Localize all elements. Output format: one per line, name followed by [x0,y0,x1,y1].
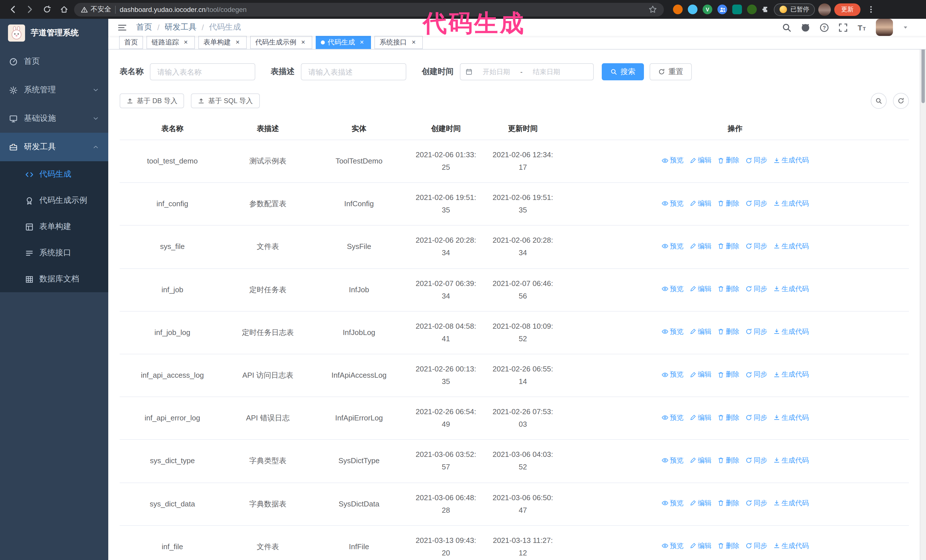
delete-link[interactable]: 删除 [717,497,739,509]
tab-codegen[interactable]: 代码生成× [316,36,371,49]
delete-link[interactable]: 删除 [717,454,739,466]
close-icon[interactable]: × [299,38,307,47]
sidebar-item-home[interactable]: 首页 [0,47,108,76]
delete-link[interactable]: 删除 [717,326,739,338]
sync-link[interactable]: 同步 [745,497,767,509]
fullscreen-icon[interactable] [838,23,848,32]
extension-icon-leaf[interactable] [747,5,757,14]
start-date-input[interactable] [475,68,517,76]
delete-link[interactable]: 删除 [717,240,739,252]
sidebar-logo[interactable]: 芋道管理系统 [0,19,108,47]
delete-link[interactable]: 删除 [717,412,739,423]
edit-link[interactable]: 编辑 [689,412,711,423]
sidebar-item-codegen-example[interactable]: 代码生成示例 [0,187,108,214]
generate-code-link[interactable]: 生成代码 [773,412,809,423]
edit-link[interactable]: 编辑 [689,198,711,209]
security-chip[interactable]: 不安全 [81,5,111,14]
preview-link[interactable]: 预览 [661,369,684,380]
bookmark-star-icon[interactable] [649,5,657,14]
sync-link[interactable]: 同步 [745,198,767,209]
extension-icon-shield[interactable] [688,5,698,14]
paused-badge[interactable]: 已暂停 [774,3,815,16]
edit-link[interactable]: 编辑 [689,240,711,252]
preview-link[interactable]: 预览 [661,240,684,252]
preview-link[interactable]: 预览 [661,497,684,509]
font-size-icon[interactable] [857,23,867,32]
edit-link[interactable]: 编辑 [689,540,711,552]
sidebar-item-infrastructure[interactable]: 基础设施 [0,104,108,133]
url-text[interactable]: dashboard.yudao.iocoder.cn/tool/codegen [120,5,247,14]
edit-link[interactable]: 编辑 [689,326,711,338]
sidebar-item-system[interactable]: 系统管理 [0,76,108,104]
edit-link[interactable]: 编辑 [689,369,711,380]
caret-down-icon[interactable] [902,24,909,31]
reload-icon[interactable] [40,3,54,16]
edit-link[interactable]: 编辑 [689,454,711,466]
delete-link[interactable]: 删除 [717,369,739,380]
table-name-input[interactable] [150,63,255,80]
preview-link[interactable]: 预览 [661,454,684,466]
preview-link[interactable]: 预览 [661,283,684,295]
sync-link[interactable]: 同步 [745,240,767,252]
sync-link[interactable]: 同步 [745,540,767,552]
close-icon[interactable]: × [410,38,418,47]
close-icon[interactable]: × [358,38,366,47]
sidebar-item-dev-tools[interactable]: 研发工具 [0,133,108,161]
preview-link[interactable]: 预览 [661,155,684,166]
toggle-search-button[interactable] [871,93,887,109]
delete-link[interactable]: 删除 [717,540,739,552]
forward-icon[interactable] [23,3,36,16]
sidebar-item-db-docs[interactable]: 数据库文档 [0,266,108,292]
generate-code-link[interactable]: 生成代码 [773,240,809,252]
address-bar[interactable]: 不安全 dashboard.yudao.iocoder.cn/tool/code… [74,3,664,16]
sync-link[interactable]: 同步 [745,326,767,338]
generate-code-link[interactable]: 生成代码 [773,198,809,209]
edit-link[interactable]: 编辑 [689,155,711,166]
back-icon[interactable] [6,3,20,16]
browser-menu-kebab-icon[interactable] [864,3,878,16]
extension-icon-v[interactable]: V [703,5,712,14]
breadcrumb-home[interactable]: 首页 [136,22,152,32]
end-date-input[interactable] [525,68,567,76]
date-range-picker[interactable]: - [460,63,594,80]
tab-form-builder[interactable]: 表单构建× [198,36,247,49]
sync-link[interactable]: 同步 [745,454,767,466]
hamburger-icon[interactable] [117,23,127,32]
generate-code-link[interactable]: 生成代码 [773,497,809,509]
browser-profile-avatar[interactable] [818,3,831,16]
breadcrumb-dev-tools[interactable]: 研发工具 [165,22,197,32]
sync-link[interactable]: 同步 [745,412,767,423]
extension-icon-teal[interactable] [732,5,742,14]
generate-code-link[interactable]: 生成代码 [773,326,809,338]
generate-code-link[interactable]: 生成代码 [773,540,809,552]
search-icon[interactable] [782,23,791,32]
import-sql-button[interactable]: 基于 SQL 导入 [191,94,260,108]
delete-link[interactable]: 删除 [717,283,739,295]
preview-link[interactable]: 预览 [661,412,684,423]
preview-link[interactable]: 预览 [661,326,684,338]
tab-trace[interactable]: 链路追踪× [147,36,195,49]
github-icon[interactable] [800,23,810,32]
help-icon[interactable] [819,23,829,32]
sync-link[interactable]: 同步 [745,155,767,166]
browser-update-button[interactable]: 更新 [834,3,861,16]
delete-link[interactable]: 删除 [717,155,739,166]
refresh-table-button[interactable] [893,93,909,109]
generate-code-link[interactable]: 生成代码 [773,283,809,295]
delete-link[interactable]: 删除 [717,198,739,209]
search-button[interactable]: 搜索 [602,63,644,80]
tab-home[interactable]: 首页 [119,36,143,49]
preview-link[interactable]: 预览 [661,198,684,209]
reset-button[interactable]: 重置 [650,63,692,80]
user-avatar[interactable] [876,19,893,36]
edit-link[interactable]: 编辑 [689,283,711,295]
sync-link[interactable]: 同步 [745,369,767,380]
sidebar-item-codegen[interactable]: 代码生成 [0,161,108,187]
puzzle-extensions-icon[interactable] [762,5,770,14]
generate-code-link[interactable]: 生成代码 [773,454,809,466]
extension-icon-fox[interactable] [673,5,683,14]
tab-system-api[interactable]: 系统接口× [374,36,423,49]
tab-codegen-example[interactable]: 代码生成示例× [250,36,312,49]
import-db-button[interactable]: 基于 DB 导入 [120,94,185,108]
home-icon[interactable] [57,3,71,16]
